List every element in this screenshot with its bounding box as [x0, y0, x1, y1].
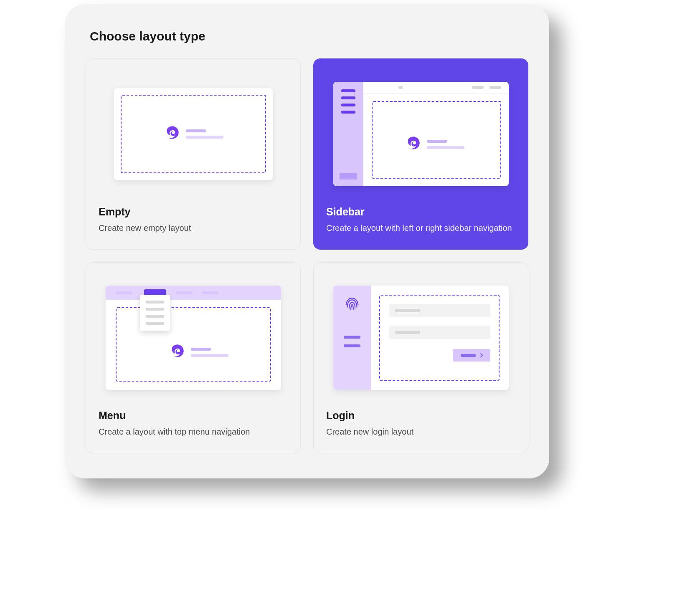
option-title: Empty — [99, 206, 288, 218]
option-desc: Create new login layout — [326, 426, 515, 438]
layout-option-empty[interactable]: Empty Create new empty layout — [86, 58, 301, 250]
option-title: Login — [326, 410, 515, 422]
fingerprint-icon — [342, 294, 362, 313]
option-title: Menu — [99, 410, 288, 422]
preview-menu — [99, 275, 288, 400]
blazor-icon — [404, 136, 421, 153]
preview-login — [326, 275, 515, 400]
layout-picker-panel: Choose layout type Empty Create new emp — [65, 4, 549, 478]
layout-options-grid: Empty Create new empty layout — [86, 58, 528, 453]
layout-option-login[interactable]: Login Create new login layout — [313, 262, 528, 453]
blazor-icon — [163, 126, 180, 142]
chevron-right-icon — [478, 353, 483, 357]
blazor-icon — [168, 344, 185, 361]
preview-empty — [99, 71, 288, 197]
layout-option-menu[interactable]: Menu Create a layout with top menu navig… — [86, 262, 301, 453]
option-desc: Create new empty layout — [99, 222, 288, 234]
panel-title: Choose layout type — [90, 29, 528, 43]
option-title: Sidebar — [326, 206, 515, 218]
option-desc: Create a layout with left or right sideb… — [326, 222, 515, 234]
dropdown-icon — [140, 295, 170, 331]
layout-option-sidebar[interactable]: Sidebar Create a layout with left or rig… — [313, 58, 528, 250]
option-desc: Create a layout with top menu navigation — [99, 426, 288, 438]
submit-button-icon — [453, 349, 490, 362]
preview-sidebar — [326, 71, 515, 197]
